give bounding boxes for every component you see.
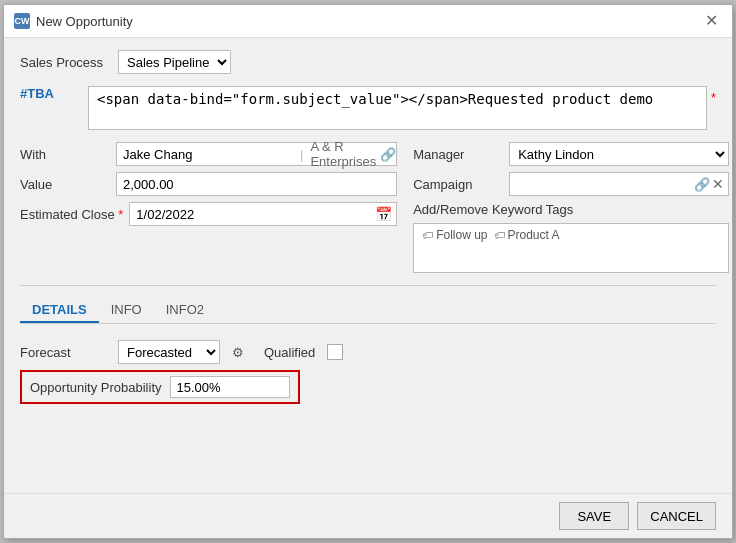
manager-dropdown[interactable]: Kathy Lindon bbox=[510, 143, 728, 165]
new-opportunity-dialog: CW New Opportunity ✕ Sales Process Sales… bbox=[3, 4, 733, 539]
manager-label: Manager bbox=[413, 147, 503, 162]
with-name-input[interactable] bbox=[117, 143, 297, 165]
with-link-icon[interactable]: 🔗 bbox=[380, 147, 396, 162]
keyword-tag-followup: 🏷 Follow up bbox=[422, 228, 487, 242]
qualified-label: Qualified bbox=[264, 345, 315, 360]
campaign-wrap: 🔗 ✕ bbox=[509, 172, 729, 196]
qualified-checkbox[interactable] bbox=[327, 344, 343, 360]
form-content: Sales Process Sales Pipeline #TBA <span … bbox=[4, 38, 732, 493]
tag-icon-producta: 🏷 bbox=[494, 229, 505, 241]
calendar-icon[interactable]: 📅 bbox=[371, 206, 396, 222]
subject-row: #TBA <span data-bind="form.subject_value… bbox=[20, 86, 716, 130]
forecast-row: Forecast Forecasted ⚙ Qualified bbox=[20, 340, 716, 364]
tag-label-followup: Follow up bbox=[436, 228, 487, 242]
tab-info2[interactable]: INFO2 bbox=[154, 298, 216, 323]
footer: SAVE CANCEL bbox=[4, 493, 732, 538]
value-input[interactable] bbox=[116, 172, 397, 196]
divider bbox=[20, 285, 716, 286]
with-row: With | A & R Enterprises 🔗 bbox=[20, 142, 397, 166]
with-label: With bbox=[20, 147, 110, 162]
date-wrap: 📅 bbox=[129, 202, 397, 226]
tabs: DETAILS INFO INFO2 bbox=[20, 298, 716, 324]
with-company-text: A & R Enterprises bbox=[306, 139, 380, 169]
probability-input[interactable] bbox=[170, 376, 290, 398]
estimated-close-row: Estimated Close * 📅 bbox=[20, 202, 397, 226]
sales-process-label: Sales Process bbox=[20, 55, 110, 70]
save-button[interactable]: SAVE bbox=[559, 502, 629, 530]
dialog-title: New Opportunity bbox=[36, 14, 133, 29]
tab-info[interactable]: INFO bbox=[99, 298, 154, 323]
estimated-close-input[interactable] bbox=[130, 203, 371, 225]
details-section: Forecast Forecasted ⚙ Qualified Opportun… bbox=[20, 332, 716, 404]
with-input-wrap: | A & R Enterprises 🔗 bbox=[116, 142, 397, 166]
tab-details[interactable]: DETAILS bbox=[20, 298, 99, 323]
estimated-close-label: Estimated Close * bbox=[20, 207, 123, 222]
keyword-tag-producta: 🏷 Product A bbox=[494, 228, 560, 242]
col-left: With | A & R Enterprises 🔗 Value bbox=[20, 142, 397, 273]
campaign-input[interactable] bbox=[510, 173, 690, 195]
manager-wrap: Kathy Lindon bbox=[509, 142, 729, 166]
forecast-label: Forecast bbox=[20, 345, 110, 360]
sales-process-dropdown[interactable]: Sales Pipeline bbox=[118, 50, 231, 74]
gear-icon[interactable]: ⚙ bbox=[228, 345, 248, 360]
campaign-clear-icon[interactable]: ✕ bbox=[712, 176, 724, 192]
tag-icon-followup: 🏷 bbox=[422, 229, 433, 241]
probability-row: Opportunity Probability bbox=[20, 370, 300, 404]
manager-row: Manager Kathy Lindon bbox=[413, 142, 729, 166]
campaign-row: Campaign 🔗 ✕ bbox=[413, 172, 729, 196]
subject-required-star: * bbox=[711, 90, 716, 105]
col-right: Manager Kathy Lindon Campaign 🔗 ✕ bbox=[413, 142, 729, 273]
tag-label-producta: Product A bbox=[508, 228, 560, 242]
tba-label: #TBA bbox=[20, 86, 80, 101]
value-label: Value bbox=[20, 177, 110, 192]
campaign-link-icon[interactable]: 🔗 bbox=[694, 177, 710, 192]
title-bar: CW New Opportunity ✕ bbox=[4, 5, 732, 38]
forecast-dropdown[interactable]: Forecasted bbox=[119, 341, 219, 363]
keyword-tags-row: Add/Remove Keyword Tags bbox=[413, 202, 729, 217]
subject-input[interactable]: <span data-bind="form.subject_value"></s… bbox=[88, 86, 707, 130]
campaign-label: Campaign bbox=[413, 177, 503, 192]
value-row: Value bbox=[20, 172, 397, 196]
keyword-tags-label: Add/Remove Keyword Tags bbox=[413, 202, 573, 217]
app-icon: CW bbox=[14, 13, 30, 29]
two-col-section: With | A & R Enterprises 🔗 Value bbox=[20, 142, 716, 273]
cancel-button[interactable]: CANCEL bbox=[637, 502, 716, 530]
close-button[interactable]: ✕ bbox=[701, 11, 722, 31]
forecast-select-wrap: Forecasted bbox=[118, 340, 220, 364]
probability-label: Opportunity Probability bbox=[30, 380, 162, 395]
sales-process-row: Sales Process Sales Pipeline bbox=[20, 50, 716, 74]
keyword-area[interactable]: 🏷 Follow up 🏷 Product A bbox=[413, 223, 729, 273]
